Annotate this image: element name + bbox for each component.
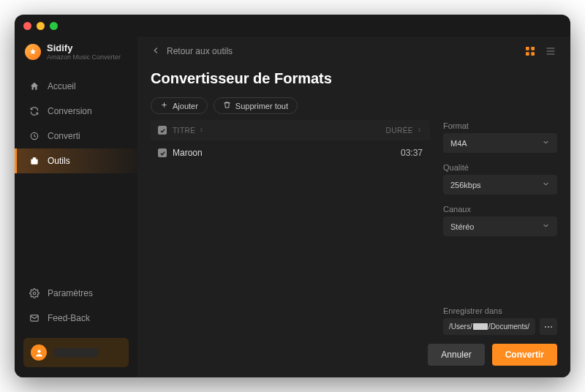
- minimize-icon[interactable]: [37, 22, 45, 30]
- table-row[interactable]: Maroon 03:37: [151, 140, 430, 165]
- svg-point-1: [33, 292, 36, 295]
- maximize-icon[interactable]: [50, 22, 58, 30]
- format-select[interactable]: M4A: [443, 133, 557, 153]
- sidebar-item-conversion[interactable]: Conversion: [15, 99, 137, 124]
- action-row: Ajouter Supprimer tout: [151, 97, 557, 114]
- sidebar-item-label: Conversion: [48, 106, 92, 116]
- add-label: Ajouter: [173, 102, 198, 110]
- chevron-down-icon: [542, 180, 550, 189]
- channels-select[interactable]: Stéréo: [443, 216, 557, 236]
- table-header: TITRE DURÉE: [151, 120, 430, 140]
- trash-icon: [223, 101, 231, 110]
- grid-view-icon[interactable]: [524, 45, 537, 58]
- svg-rect-7: [531, 52, 535, 56]
- sort-icon[interactable]: [198, 127, 205, 135]
- row-checkbox[interactable]: [158, 148, 167, 157]
- convert-button[interactable]: Convertir: [492, 344, 557, 366]
- col-title: TITRE: [173, 127, 195, 135]
- path-redacted: [473, 323, 488, 330]
- sidebar-item-tools[interactable]: Outils: [15, 148, 137, 173]
- app-window: Sidify Amazon Music Converter Accueil Co…: [15, 15, 570, 377]
- sidebar-item-feedback[interactable]: Feed-Back: [15, 306, 137, 331]
- titlebar: [15, 15, 570, 37]
- path-prefix: /Users/: [449, 323, 472, 331]
- save-label: Enregistrer dans: [443, 306, 557, 315]
- sidebar-item-label: Feed-Back: [48, 313, 90, 323]
- svg-point-3: [37, 350, 40, 353]
- refresh-icon: [29, 105, 40, 117]
- gear-icon: [29, 287, 40, 299]
- browse-path-button[interactable]: ⋯: [540, 318, 557, 335]
- options-panel: Format M4A Qualité 256kbps: [443, 120, 557, 335]
- quality-label: Qualité: [443, 163, 557, 172]
- list-view-icon[interactable]: [544, 45, 557, 58]
- page-title: Convertisseur de Formats: [151, 70, 557, 87]
- plus-icon: [160, 101, 168, 110]
- sidebar-item-label: Paramètres: [48, 288, 93, 298]
- user-chip[interactable]: [23, 338, 129, 367]
- channels-label: Canaux: [443, 205, 557, 214]
- format-value: M4A: [450, 139, 467, 148]
- brand-logo-icon: [25, 44, 41, 60]
- sort-icon[interactable]: [416, 127, 423, 135]
- sidebar-item-label: Accueil: [48, 81, 76, 91]
- brand: Sidify Amazon Music Converter: [15, 38, 137, 71]
- arrow-left-icon: [151, 45, 161, 58]
- channels-value: Stéréo: [450, 222, 474, 231]
- add-button[interactable]: Ajouter: [151, 97, 208, 114]
- brand-subtitle: Amazon Music Converter: [47, 53, 121, 61]
- svg-rect-5: [531, 47, 535, 50]
- user-name-redacted: [54, 348, 98, 357]
- sidebar-item-label: Outils: [48, 156, 70, 166]
- delete-all-label: Supprimer tout: [235, 102, 288, 110]
- main: Retour aux outils Convertisseur de Forma…: [137, 37, 570, 377]
- ellipsis-icon: ⋯: [544, 322, 553, 332]
- delete-all-button[interactable]: Supprimer tout: [214, 97, 298, 114]
- quality-select[interactable]: 256kbps: [443, 175, 557, 195]
- chevron-down-icon: [542, 222, 550, 231]
- track-table: TITRE DURÉE: [151, 120, 430, 335]
- home-icon: [29, 80, 40, 92]
- user-avatar-icon: [31, 344, 47, 361]
- sidebar-item-label: Converti: [48, 131, 80, 141]
- back-label: Retour aux outils: [167, 46, 233, 56]
- nav: Accueil Conversion Converti: [15, 74, 137, 173]
- save-path-field[interactable]: /Users//Documents/: [443, 318, 535, 335]
- svg-rect-4: [526, 47, 529, 50]
- brand-name: Sidify: [47, 42, 121, 53]
- back-link[interactable]: Retour aux outils: [151, 45, 233, 58]
- cancel-button[interactable]: Annuler: [428, 344, 484, 366]
- toolbox-icon: [29, 155, 40, 167]
- format-label: Format: [443, 121, 557, 130]
- sidebar-item-home[interactable]: Accueil: [15, 74, 137, 99]
- close-icon[interactable]: [23, 22, 31, 30]
- col-duration: DURÉE: [385, 127, 413, 135]
- quality-value: 256kbps: [450, 181, 481, 189]
- cell-duration: 03:37: [379, 148, 423, 158]
- topbar: Retour aux outils: [151, 37, 557, 66]
- mail-icon: [29, 312, 40, 324]
- path-suffix: /Documents/: [488, 323, 529, 331]
- chevron-down-icon: [542, 138, 550, 148]
- sidebar: Sidify Amazon Music Converter Accueil Co…: [15, 37, 137, 377]
- footer-actions: Annuler Convertir: [151, 344, 557, 366]
- sidebar-item-settings[interactable]: Paramètres: [15, 281, 137, 306]
- clock-icon: [29, 130, 40, 142]
- svg-rect-6: [526, 52, 529, 56]
- select-all-checkbox[interactable]: [158, 126, 167, 135]
- cell-title: Maroon: [173, 148, 379, 158]
- window-controls: [23, 22, 58, 30]
- sidebar-item-converted[interactable]: Converti: [15, 124, 137, 148]
- view-toggles: [524, 45, 557, 58]
